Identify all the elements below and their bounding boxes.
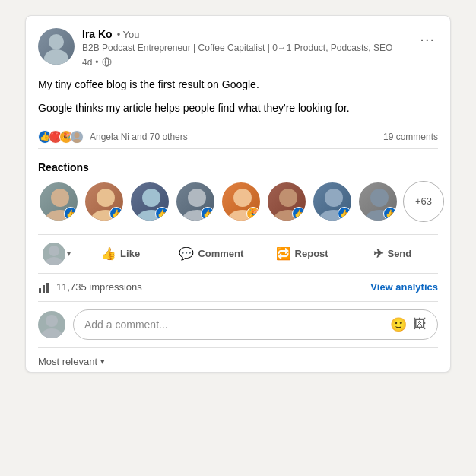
sort-dropdown[interactable]: Most relevant ▾ (38, 348, 438, 372)
impressions-bar: 11,735 impressions View analytics (38, 274, 438, 302)
small-avatar-angela (70, 130, 84, 144)
more-options-button[interactable]: ··· (417, 28, 438, 49)
repost-button[interactable]: 🔁 Repost (257, 240, 347, 267)
like-icon: 👍 (101, 246, 116, 261)
post-header-left: Ira Ko • You B2B Podcast Entrepreneur | … (38, 28, 392, 68)
send-icon: ✈ (373, 246, 383, 261)
svg-point-7 (51, 189, 69, 207)
reaction-avatar-1[interactable]: 👍 (38, 181, 79, 222)
view-analytics-button[interactable]: View analytics (370, 281, 438, 293)
actor-dropdown[interactable]: ▾ (38, 238, 75, 270)
svg-point-17 (279, 189, 297, 207)
svg-point-15 (233, 189, 252, 207)
reactions-title: Reactions (38, 161, 438, 173)
svg-point-5 (74, 132, 79, 138)
reactions-avatars: 👍 👍 👍 👍 🎉 (38, 181, 438, 222)
repost-icon: 🔁 (276, 246, 291, 261)
image-icon[interactable]: 🖼 (413, 316, 427, 332)
svg-point-11 (142, 189, 160, 207)
actor-avatar (43, 243, 65, 265)
author-avatar (38, 28, 75, 65)
svg-point-21 (370, 189, 389, 207)
svg-point-29 (41, 328, 62, 338)
svg-point-24 (45, 257, 63, 265)
like-badge-1: 👍 (64, 207, 78, 221)
sort-arrow-icon: ▾ (100, 357, 105, 367)
reaction-avatar-4[interactable]: 👍 (175, 181, 216, 222)
like-badge-4: 👍 (201, 207, 214, 221)
action-bar: ▾ 👍 Like 💬 Comment 🔁 Repost ✈ Send (38, 234, 438, 274)
like-badge-3: 👍 (155, 207, 169, 221)
like-badge-2: 👍 (109, 207, 123, 221)
sort-label: Most relevant (38, 356, 97, 367)
author-headline: B2B Podcast Entrepreneur | Coffee Capita… (82, 42, 392, 55)
social-proof: 👍 ❤️ 🎉 Angela Ni and 70 others 19 commen… (38, 125, 438, 149)
commenter-avatar (38, 311, 65, 338)
reaction-avatar-3[interactable]: 👍 (129, 181, 170, 222)
svg-point-13 (188, 189, 206, 207)
svg-rect-25 (39, 288, 41, 293)
post-header: Ira Ko • You B2B Podcast Entrepreneur | … (38, 28, 438, 68)
reaction-avatar-2[interactable]: 👍 (84, 181, 125, 222)
globe-icon (102, 57, 112, 67)
svg-point-28 (46, 315, 58, 327)
comment-button[interactable]: 💬 Comment (166, 240, 256, 267)
svg-point-1 (44, 49, 68, 65)
dropdown-chevron-icon: ▾ (67, 249, 71, 258)
reaction-avatar-8[interactable]: 👍 (357, 181, 398, 222)
reaction-avatar-5[interactable]: 🎉 (221, 181, 262, 222)
reaction-avatar-6[interactable]: 👍 (266, 181, 307, 222)
comment-input-area: Add a comment... 🙂 🖼 (38, 302, 438, 348)
more-reactions-count[interactable]: +63 (403, 181, 444, 222)
like-badge-8: 👍 (383, 207, 397, 221)
send-button[interactable]: ✈ Send (347, 240, 438, 267)
celebrate-badge-5: 🎉 (246, 207, 260, 221)
comments-count: 19 comments (383, 132, 438, 142)
like-badge-7: 👍 (338, 207, 351, 221)
reaction-emojis: 👍 ❤️ 🎉 Angela Ni and 70 others (38, 130, 188, 144)
emoji-icon[interactable]: 🙂 (390, 316, 407, 333)
like-button[interactable]: 👍 Like (75, 240, 166, 267)
svg-rect-26 (43, 285, 45, 293)
svg-rect-27 (46, 283, 49, 293)
post-content: My tiny coffee blog is the first result … (38, 77, 438, 116)
comment-input-wrapper[interactable]: Add a comment... 🙂 🖼 (73, 309, 438, 340)
reaction-avatar-7[interactable]: 👍 (312, 181, 353, 222)
svg-point-19 (325, 189, 343, 207)
comment-icon: 💬 (179, 246, 194, 261)
bar-chart-icon (38, 281, 50, 294)
reactor-names: Angela Ni and 70 others (90, 132, 188, 142)
author-name: Ira Ko • You (82, 28, 392, 40)
author-meta: 4d • (82, 57, 392, 68)
like-badge-6: 👍 (292, 207, 306, 221)
svg-point-6 (72, 138, 81, 143)
svg-point-23 (49, 246, 59, 256)
impressions-count: 11,735 impressions (56, 281, 142, 293)
reactions-section: Reactions 👍 👍 👍 👍 (38, 152, 438, 228)
svg-point-0 (49, 34, 64, 49)
comment-placeholder: Add a comment... (84, 319, 168, 331)
svg-point-9 (97, 189, 115, 207)
author-info: Ira Ko • You B2B Podcast Entrepreneur | … (82, 28, 392, 68)
post-card: Ira Ko • You B2B Podcast Entrepreneur | … (25, 15, 451, 373)
